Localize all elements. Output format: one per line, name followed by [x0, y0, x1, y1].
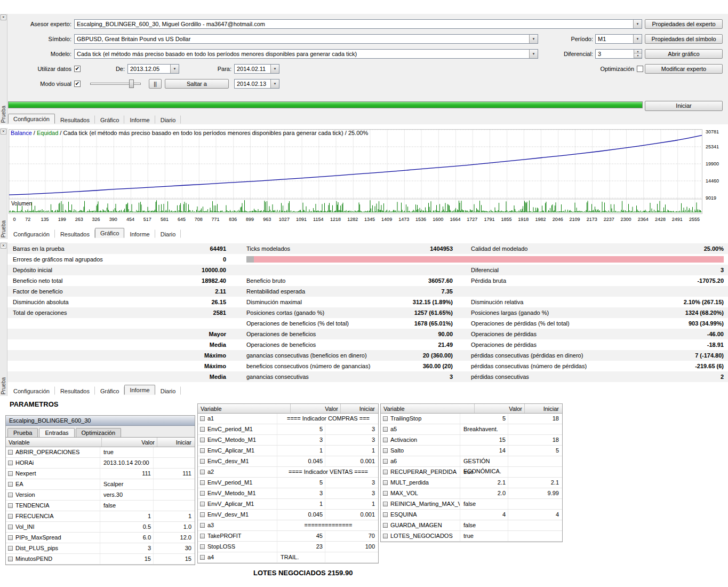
param-checkbox[interactable]: [8, 482, 13, 487]
param-checkbox[interactable]: [383, 534, 388, 538]
param-checkbox[interactable]: [8, 493, 13, 497]
param-value[interactable]: vers.30: [100, 490, 153, 500]
pause-button[interactable]: ||: [149, 79, 162, 89]
spin-up-icon[interactable]: ▲: [634, 50, 642, 54]
param-value[interactable]: ==== Indicador VENTAS ====: [277, 467, 378, 477]
param-checkbox[interactable]: [200, 534, 205, 538]
param-value[interactable]: 15: [460, 435, 508, 445]
param-start-value[interactable]: 4: [508, 510, 562, 520]
param-checkbox[interactable]: [383, 416, 388, 421]
param-value[interactable]: 5: [460, 414, 508, 424]
param-value[interactable]: Scalper: [100, 479, 153, 489]
param-value[interactable]: 3: [277, 435, 325, 445]
param-value[interactable]: 15: [100, 554, 153, 564]
column-header-variable[interactable]: Variable: [381, 404, 475, 413]
param-value[interactable]: 0.045: [277, 456, 325, 466]
expert-tab-entradas[interactable]: Entradas: [39, 428, 74, 437]
speed-slider-thumb[interactable]: [129, 80, 134, 88]
chevron-down-icon[interactable]: ▼: [529, 50, 538, 58]
column-header-valor[interactable]: Valor: [102, 438, 157, 447]
optimization-checkbox[interactable]: [637, 66, 643, 72]
param-start-value[interactable]: 1: [325, 499, 378, 509]
param-start-value[interactable]: 12.0: [153, 533, 195, 543]
spin-down-icon[interactable]: ▼: [634, 54, 642, 58]
param-value[interactable]: 2.1: [460, 478, 508, 488]
tab-informe[interactable]: Informe: [124, 115, 155, 124]
param-start-value[interactable]: 30: [153, 543, 195, 553]
model-combo[interactable]: Cada tick (el método más preciso basado …: [74, 49, 538, 59]
param-start-value[interactable]: 2.1: [508, 478, 562, 488]
param-value[interactable]: ==============: [277, 520, 378, 530]
symbol-combo[interactable]: GBPUSD, Great Britain Pound vs US Dollar…: [74, 34, 538, 44]
param-checkbox[interactable]: [8, 461, 13, 465]
tab-configuración[interactable]: Configuración: [8, 229, 55, 238]
param-checkbox[interactable]: [200, 459, 205, 464]
from-date-combo[interactable]: 2013.12.05 ▼: [127, 64, 179, 74]
param-start-value[interactable]: 3: [325, 435, 378, 445]
param-value[interactable]: 111: [100, 469, 153, 479]
param-checkbox[interactable]: [200, 544, 205, 549]
tab-configuración[interactable]: Configuración: [8, 114, 55, 124]
param-checkbox[interactable]: [383, 438, 388, 442]
param-value[interactable]: 3: [100, 543, 153, 553]
expert-properties-button[interactable]: Propiedades del experto: [645, 19, 723, 29]
param-start-value[interactable]: [153, 490, 195, 500]
param-start-value[interactable]: [508, 499, 562, 509]
param-checkbox[interactable]: [8, 514, 13, 519]
param-start-value[interactable]: 3: [325, 488, 378, 498]
tab-diario[interactable]: Diario: [155, 115, 181, 124]
param-checkbox[interactable]: [8, 471, 13, 476]
column-header-iniciar[interactable]: Iniciar: [157, 438, 195, 447]
tab-gráfico[interactable]: Gráfico: [95, 115, 124, 124]
param-value[interactable]: 2.0: [460, 488, 508, 498]
param-checkbox[interactable]: [200, 502, 205, 506]
param-checkbox[interactable]: [383, 523, 388, 528]
param-checkbox[interactable]: [8, 525, 13, 529]
param-start-value[interactable]: 0.001: [325, 456, 378, 466]
param-start-value[interactable]: 3: [325, 478, 378, 488]
param-value[interactable]: 1: [100, 511, 153, 521]
param-value[interactable]: true: [460, 467, 508, 477]
param-checkbox[interactable]: [383, 470, 388, 474]
param-start-value[interactable]: [153, 447, 195, 457]
param-value[interactable]: 14: [460, 446, 508, 456]
chevron-down-icon[interactable]: ▼: [633, 35, 642, 43]
balance-plot[interactable]: [9, 129, 702, 214]
param-start-value[interactable]: 15: [153, 554, 195, 564]
tab-configuración[interactable]: Configuración: [8, 386, 55, 395]
tab-resultados[interactable]: Resultados: [55, 386, 95, 395]
open-chart-button[interactable]: Abrir gráfico: [645, 49, 723, 59]
param-value[interactable]: 3: [277, 488, 325, 498]
param-start-value[interactable]: 70: [325, 531, 378, 541]
param-checkbox[interactable]: [8, 557, 13, 561]
param-value[interactable]: TRAIL.: [277, 552, 325, 562]
tab-gráfico[interactable]: Gráfico: [95, 386, 124, 395]
param-start-value[interactable]: [153, 458, 195, 468]
expert-combo[interactable]: Escalping_BOLINGER_600_30, Miguel Gordil…: [74, 19, 642, 29]
param-start-value[interactable]: 3: [325, 424, 378, 434]
param-start-value[interactable]: [153, 479, 195, 489]
skip-to-button[interactable]: Saltar a: [165, 79, 229, 89]
param-value[interactable]: ==== Indicador COMPRAS ===: [277, 414, 378, 424]
param-checkbox[interactable]: [8, 535, 13, 540]
param-checkbox[interactable]: [200, 427, 205, 432]
param-start-value[interactable]: [153, 501, 195, 511]
param-value[interactable]: true: [100, 447, 153, 457]
use-date-checkbox[interactable]: ✔: [74, 66, 81, 72]
param-start-value[interactable]: 1.0: [153, 522, 195, 532]
symbol-properties-button[interactable]: Propiedades del símbolo: [645, 34, 723, 44]
period-combo[interactable]: M1 ▼: [595, 34, 642, 44]
param-start-value[interactable]: 18: [508, 435, 562, 445]
column-header-valor[interactable]: Valor: [475, 404, 525, 413]
param-value[interactable]: 0.5: [100, 522, 153, 532]
tab-gráfico[interactable]: Gráfico: [95, 228, 124, 238]
param-checkbox[interactable]: [383, 480, 388, 485]
param-checkbox[interactable]: [200, 438, 205, 442]
param-value[interactable]: 5: [277, 424, 325, 434]
expert-tab-optimización[interactable]: Optimización: [76, 428, 122, 437]
param-start-value[interactable]: [508, 424, 562, 434]
column-header-valor[interactable]: Valor: [291, 404, 341, 413]
start-button[interactable]: Iniciar: [645, 101, 723, 111]
param-start-value[interactable]: 18: [508, 414, 562, 424]
param-start-value[interactable]: 111: [153, 469, 195, 479]
